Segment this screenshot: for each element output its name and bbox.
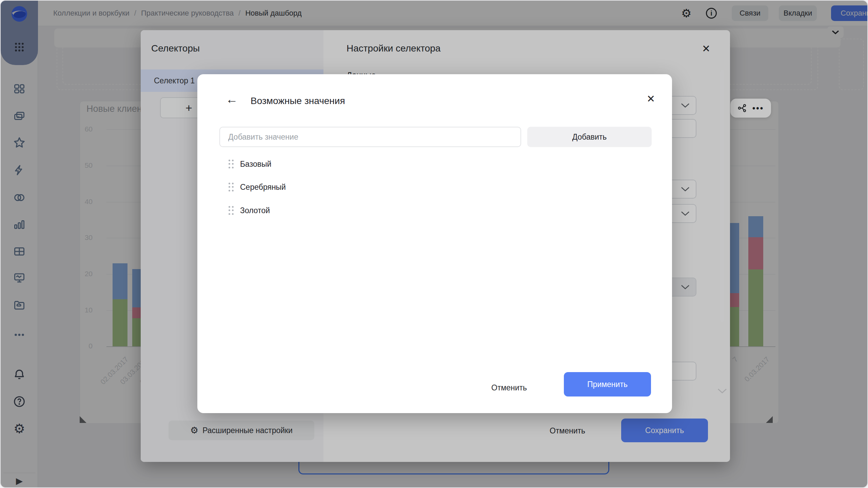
possible-values-dialog: ← Возможные значения ✕ Добавить Базовый … [197, 74, 672, 413]
app-window: Коллекции и воркбуки / Практические руко… [0, 0, 868, 488]
drag-handle-icon[interactable] [229, 206, 234, 215]
value-label: Базовый [240, 160, 271, 169]
value-list-item: Базовый [219, 154, 650, 174]
value-label: Золотой [240, 206, 270, 215]
value-label: Серебряный [240, 183, 286, 192]
cancel-values-button[interactable]: Отменить [491, 383, 527, 392]
apply-values-label: Применить [587, 380, 628, 389]
value-list-item: Золотой [219, 200, 650, 221]
add-value-input[interactable] [219, 127, 521, 147]
drag-handle-icon[interactable] [229, 183, 234, 191]
drag-handle-icon[interactable] [229, 160, 234, 168]
value-list-item: Серебряный [219, 177, 650, 197]
close-icon[interactable]: ✕ [647, 94, 655, 104]
add-value-label: Добавить [572, 133, 607, 142]
add-value-button[interactable]: Добавить [527, 127, 652, 147]
back-arrow-icon[interactable]: ← [226, 93, 238, 105]
apply-values-button[interactable]: Применить [564, 372, 651, 396]
values-dialog-title: Возможные значения [251, 96, 345, 106]
